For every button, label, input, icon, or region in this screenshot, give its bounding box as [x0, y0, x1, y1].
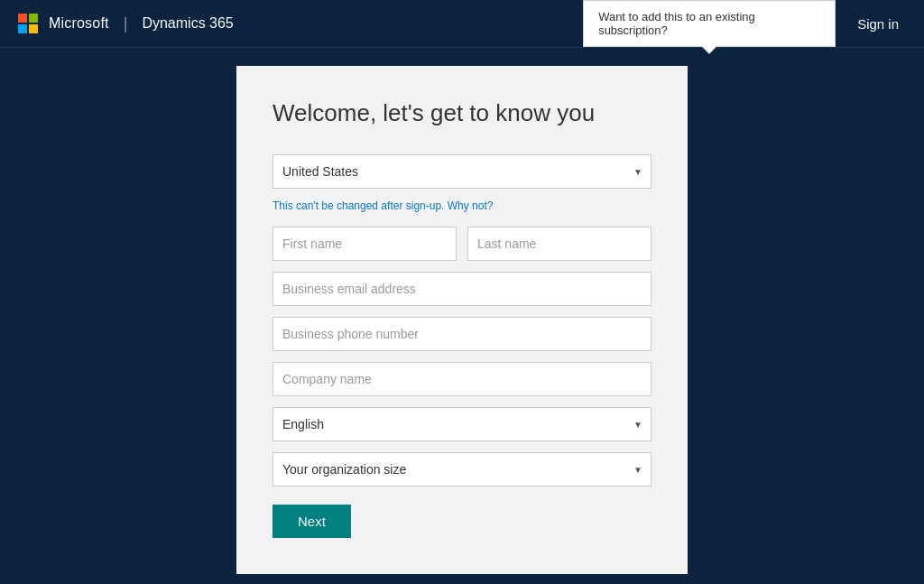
hint-link[interactable]: Why not? [448, 199, 494, 212]
microsoft-logo [18, 14, 38, 33]
form-card: Welcome, let's get to know you United St… [236, 66, 688, 574]
brand-name: Microsoft [49, 15, 109, 32]
country-select[interactable]: United States United Kingdom Canada Aust… [273, 154, 651, 189]
logo-tile-blue [18, 24, 27, 33]
logo-tile-yellow [29, 24, 38, 33]
phone-group [273, 317, 651, 351]
tooltip-text: Want to add this to an existing subscrip… [598, 10, 755, 37]
language-select[interactable]: English French German Spanish Japanese [273, 407, 651, 441]
logo-tile-green [29, 14, 38, 23]
name-row [273, 227, 651, 261]
first-name-input[interactable] [273, 227, 457, 261]
header-divider: | [124, 14, 128, 33]
form-title: Welcome, let's get to know you [273, 98, 651, 129]
logo-tile-red [18, 14, 27, 23]
email-group [273, 272, 651, 306]
org-size-select-wrapper: Your organization size 1-9 employees 10-… [273, 452, 651, 487]
org-size-select[interactable]: Your organization size 1-9 employees 10-… [273, 452, 651, 487]
tooltip-bubble: Want to add this to an existing subscrip… [583, 0, 836, 47]
header: Microsoft | Dynamics 365 Want to add thi… [0, 0, 924, 48]
header-right: Want to add this to an existing subscrip… [583, 0, 906, 47]
next-button[interactable]: Next [273, 505, 351, 538]
hint-static: This can't be changed after sign-up. [273, 199, 444, 212]
first-name-group [273, 227, 457, 261]
language-select-wrapper: English French German Spanish Japanese [273, 407, 651, 441]
phone-input[interactable] [273, 317, 651, 351]
main-content: Welcome, let's get to know you United St… [0, 48, 924, 584]
email-input[interactable] [273, 272, 651, 306]
country-select-wrapper: United States United Kingdom Canada Aust… [273, 154, 651, 189]
company-group [273, 362, 651, 396]
product-name: Dynamics 365 [142, 15, 233, 32]
header-left: Microsoft | Dynamics 365 [18, 14, 234, 33]
company-input[interactable] [273, 362, 651, 396]
last-name-group [467, 227, 651, 261]
last-name-input[interactable] [467, 227, 651, 261]
sign-in-button[interactable]: Sign in [850, 13, 906, 35]
hint-text: This can't be changed after sign-up. Why… [273, 199, 651, 212]
